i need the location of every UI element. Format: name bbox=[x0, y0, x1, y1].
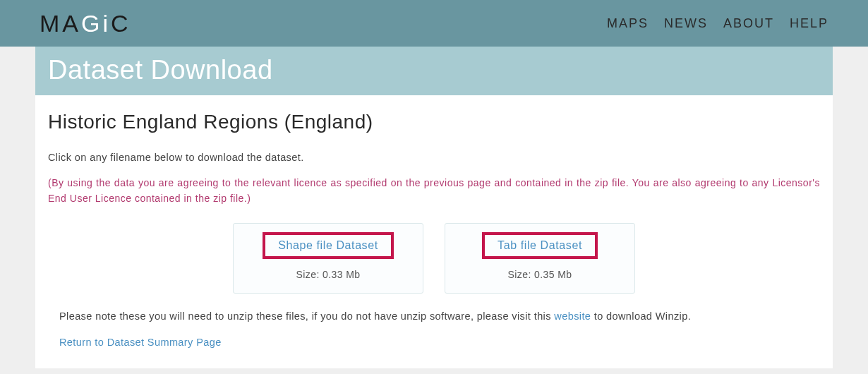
winzip-link[interactable]: website bbox=[554, 310, 591, 322]
nav-help[interactable]: HELP bbox=[790, 16, 828, 31]
download-card-tab: Tab file Dataset Size: 0.35 Mb bbox=[445, 223, 635, 294]
download-card-shape: Shape file Dataset Size: 0.33 Mb bbox=[233, 223, 423, 294]
note-suffix: to download Winzip. bbox=[591, 310, 691, 322]
content-area: Historic England Regions (England) Click… bbox=[35, 95, 833, 368]
page-title: Dataset Download bbox=[48, 55, 819, 85]
download-link-shape[interactable]: Shape file Dataset bbox=[263, 232, 394, 259]
download-cards: Shape file Dataset Size: 0.33 Mb Tab fil… bbox=[48, 223, 820, 294]
main-nav: MAPS NEWS ABOUT HELP bbox=[607, 16, 828, 31]
download-size-tab: Size: 0.35 Mb bbox=[452, 269, 627, 280]
dataset-heading: Historic England Regions (England) bbox=[48, 111, 820, 133]
page-container: Dataset Download Historic England Region… bbox=[35, 47, 833, 368]
nav-news[interactable]: NEWS bbox=[664, 16, 708, 31]
site-header: MAGiC MAPS NEWS ABOUT HELP bbox=[0, 0, 868, 47]
return-link[interactable]: Return to Dataset Summary Page bbox=[59, 337, 222, 348]
nav-maps[interactable]: MAPS bbox=[607, 16, 649, 31]
note-prefix: Please note these you will need to unzip… bbox=[59, 310, 554, 322]
title-bar: Dataset Download bbox=[35, 47, 833, 95]
nav-about[interactable]: ABOUT bbox=[723, 16, 774, 31]
license-text: (By using the data you are agreeing to t… bbox=[48, 176, 820, 206]
download-size-shape: Size: 0.33 Mb bbox=[241, 269, 416, 280]
intro-text: Click on any filename below to download … bbox=[48, 152, 820, 163]
site-logo[interactable]: MAGiC bbox=[40, 10, 131, 37]
unzip-note: Please note these you will need to unzip… bbox=[59, 310, 820, 322]
download-link-tab[interactable]: Tab file Dataset bbox=[482, 232, 598, 259]
